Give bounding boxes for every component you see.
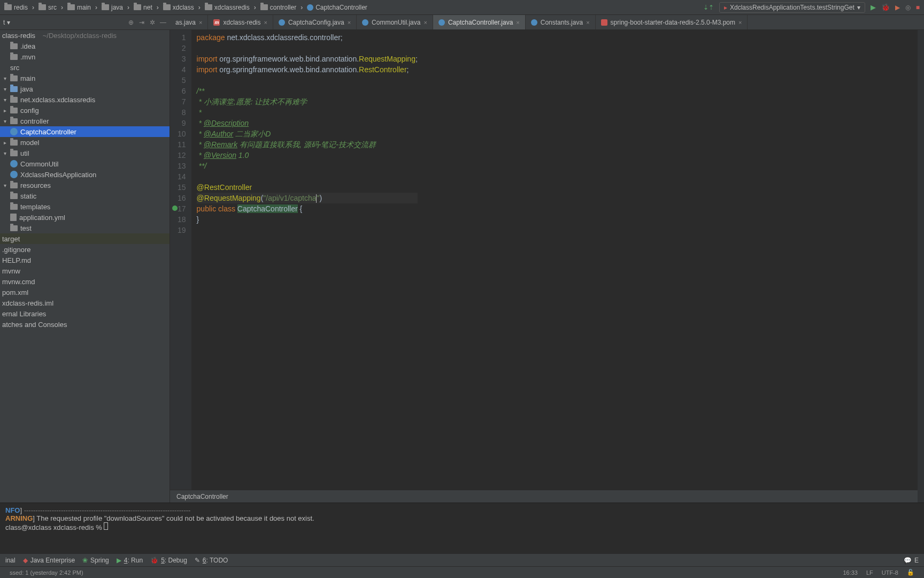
tree-help[interactable]: HELP.md: [0, 255, 170, 265]
crumb-controller[interactable]: controller: [260, 4, 296, 11]
tree-mvnw[interactable]: mvnw: [0, 265, 170, 276]
hide-icon[interactable]: —: [159, 19, 167, 26]
coverage-button[interactable]: ▶: [895, 4, 900, 11]
tree-mvn[interactable]: .mvn: [0, 51, 170, 62]
tree-util[interactable]: ▾util: [0, 148, 170, 158]
tree-scratch[interactable]: atches and Consoles: [0, 319, 170, 330]
crumb-main[interactable]: main: [67, 4, 91, 11]
line-gutter[interactable]: 12345678910111213141516171819: [170, 30, 191, 490]
tree-templates[interactable]: templates: [0, 201, 170, 212]
scroll-marker[interactable]: [918, 30, 924, 503]
spring-tab[interactable]: ❀Spring: [82, 557, 109, 564]
tree-pom[interactable]: pom.xml: [0, 287, 170, 298]
tree-main[interactable]: ▾main: [0, 73, 170, 83]
package-icon: [10, 108, 18, 113]
close-icon[interactable]: ×: [264, 19, 267, 26]
stop-button[interactable]: ■: [916, 4, 920, 11]
tab-xdclass-redis[interactable]: mxdclass-redis×: [208, 15, 273, 29]
folder-icon: [67, 4, 75, 10]
folder-icon: [4, 4, 12, 10]
package-icon: [10, 150, 18, 156]
jee-icon: ◆: [23, 557, 28, 564]
tree-idea[interactable]: .idea: [0, 41, 170, 51]
tree-app[interactable]: XdclassRedisApplication: [0, 169, 170, 180]
tree-test[interactable]: test: [0, 223, 170, 233]
folder-icon: [134, 4, 141, 10]
debug-tab[interactable]: 🐞5: Debug: [150, 557, 187, 564]
folder-icon: [163, 4, 171, 10]
editor: 12345678910111213141516171819 package ne…: [170, 30, 924, 503]
folder-icon: [205, 4, 212, 10]
run-tab[interactable]: ▶4: Run: [117, 557, 143, 564]
debug-button[interactable]: 🐞: [881, 3, 890, 11]
tree-model[interactable]: ▸model: [0, 137, 170, 148]
tree-pkg[interactable]: ▾net.xdclass.xdclassredis: [0, 94, 170, 105]
line-separator[interactable]: LF: [862, 569, 877, 576]
todo-tab[interactable]: ✎6: TODO: [195, 557, 228, 564]
tab-commonutil[interactable]: CommonUtil.java×: [357, 15, 433, 29]
select-opened-file-icon[interactable]: ⊕: [127, 19, 135, 26]
run-button[interactable]: ▶: [871, 3, 876, 11]
read-only-toggle[interactable]: 🔓: [903, 569, 919, 576]
tree-java[interactable]: ▾java: [0, 83, 170, 94]
close-icon[interactable]: ×: [516, 19, 519, 26]
terminal-panel[interactable]: NFO] -----------------------------------…: [0, 503, 924, 553]
crumb-java[interactable]: java: [102, 4, 123, 11]
tree-src[interactable]: src: [0, 62, 170, 73]
code-text[interactable]: package net.xdclass.xdclassredis.control…: [191, 30, 418, 490]
resources-folder-icon: [10, 182, 18, 188]
main-split: class-redis ~/Desktop/xdclass-redis .ide…: [0, 30, 924, 503]
crumb-class[interactable]: CaptchaController: [307, 4, 367, 11]
tree-root[interactable]: class-redis ~/Desktop/xdclass-redis: [0, 30, 170, 41]
project-dropdown[interactable]: t ▾: [3, 19, 10, 26]
code-area[interactable]: 12345678910111213141516171819 package ne…: [170, 30, 924, 490]
tree-extlib[interactable]: ernal Libraries: [0, 308, 170, 319]
terminal-tab[interactable]: inal: [5, 557, 16, 564]
file-encoding[interactable]: UTF-8: [877, 569, 903, 576]
tree-mvnwcmd[interactable]: mvnw.cmd: [0, 276, 170, 287]
test-icon: ▸: [724, 4, 727, 11]
editor-breadcrumb[interactable]: CaptchaController: [170, 490, 924, 503]
close-icon[interactable]: ×: [424, 19, 427, 26]
crumb-pkg[interactable]: xdclassredis: [205, 4, 250, 11]
collapse-all-icon[interactable]: ⇥: [138, 19, 145, 26]
tree-appyml[interactable]: application.yml: [0, 212, 170, 223]
tab-pom[interactable]: spring-boot-starter-data-redis-2.5.0-M3.…: [596, 15, 748, 29]
class-icon: [10, 160, 18, 168]
run-config-selector[interactable]: ▸ XdclassRedisApplicationTests.testStrin…: [719, 2, 865, 13]
terminal-line: NFO] -----------------------------------…: [5, 506, 919, 514]
java-ee-tab[interactable]: ◆Java Enterprise: [23, 557, 75, 564]
tree-config[interactable]: ▸config: [0, 105, 170, 116]
terminal-prompt[interactable]: class@xdclass xdclass-redis %: [5, 522, 919, 531]
tree-captchacontroller[interactable]: CaptchaController: [0, 126, 170, 137]
tree-static[interactable]: static: [0, 191, 170, 201]
event-log-tab[interactable]: 💬E: [904, 557, 919, 564]
editor-tabs: as.java× mxdclass-redis× CaptchaConfig.j…: [170, 15, 748, 29]
settings-icon[interactable]: ✲: [149, 19, 156, 26]
profiler-button[interactable]: ◎: [905, 4, 911, 11]
close-icon[interactable]: ×: [199, 19, 202, 26]
crumb-redis[interactable]: redis: [4, 4, 28, 11]
project-tree[interactable]: class-redis ~/Desktop/xdclass-redis .ide…: [0, 30, 170, 503]
caret-position[interactable]: 16:33: [838, 569, 862, 576]
tree-resources[interactable]: ▾resources: [0, 180, 170, 191]
class-icon: [10, 171, 18, 178]
close-icon[interactable]: ×: [586, 19, 589, 26]
project-tool-header: t ▾ ⊕ ⇥ ✲ —: [0, 19, 170, 26]
close-icon[interactable]: ×: [738, 19, 742, 26]
tree-controller[interactable]: ▾controller: [0, 116, 170, 126]
tree-target[interactable]: target: [0, 233, 170, 244]
close-icon[interactable]: ×: [348, 19, 351, 26]
tab-captchacontroller[interactable]: CaptchaController.java×: [433, 15, 526, 29]
build-icon[interactable]: ⇣⇡: [703, 4, 714, 11]
tree-iml[interactable]: xdclass-redis.iml: [0, 298, 170, 308]
crumb-src[interactable]: src: [38, 4, 57, 11]
tab-captchaconfig[interactable]: CaptchaConfig.java×: [273, 15, 357, 29]
class-icon: [531, 19, 537, 26]
tab-partial[interactable]: as.java×: [170, 15, 208, 29]
tree-gitignore[interactable]: .gitignore: [0, 244, 170, 255]
tab-constants[interactable]: Constants.java×: [526, 15, 596, 29]
crumb-xdclass[interactable]: xdclass: [163, 4, 194, 11]
tree-commonutil[interactable]: CommonUtil: [0, 158, 170, 169]
crumb-net[interactable]: net: [134, 4, 152, 11]
